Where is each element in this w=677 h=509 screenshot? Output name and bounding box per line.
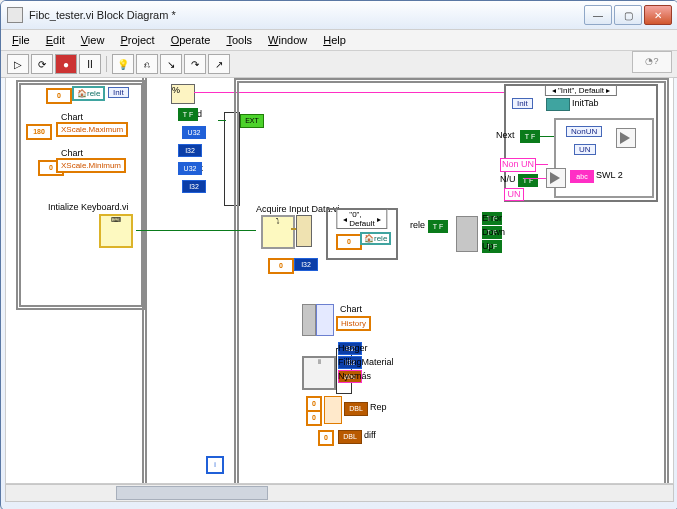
subvi-acquire-input[interactable]: ⤵	[261, 215, 295, 249]
run-continuous-button[interactable]: ⟳	[31, 54, 53, 74]
const-zero-case[interactable]: 0	[336, 234, 362, 250]
unbundle-status[interactable]	[456, 216, 478, 252]
ind-cmax[interactable]: I32	[178, 144, 202, 157]
app-window: Fibc_tester.vi Block Diagram * — ▢ ✕ FFi…	[0, 0, 677, 509]
ind-nu[interactable]: T F	[518, 174, 538, 187]
ind-swl2-str[interactable]: abc	[570, 170, 594, 183]
ind-swl[interactable]: I32	[182, 180, 206, 193]
control-rele[interactable]: 🏠rele	[72, 86, 105, 101]
case-selector-init[interactable]: ◂ "Init", Default ▸	[545, 85, 617, 96]
ind-next[interactable]: T F	[520, 130, 540, 143]
step-out-button[interactable]: ↗	[208, 54, 230, 74]
prop-xscale-max[interactable]: XScale.Maximum	[56, 122, 128, 137]
const-180[interactable]: 180	[26, 124, 52, 140]
ind-fmax[interactable]: U32	[178, 162, 202, 175]
select-node-2[interactable]	[546, 168, 566, 188]
menu-file[interactable]: FFileile	[5, 33, 37, 47]
menu-edit[interactable]: Edit	[39, 33, 72, 47]
run-button[interactable]: ▷	[7, 54, 29, 74]
array-rep[interactable]	[324, 396, 342, 424]
out-diff: DBL	[338, 430, 362, 444]
prop-history[interactable]: History	[336, 316, 371, 331]
menu-tools[interactable]: Tools	[219, 33, 259, 47]
window-title: Fibc_tester.vi Block Diagram *	[29, 9, 582, 21]
scrollbar-thumb[interactable]	[116, 486, 268, 500]
case-selector-main[interactable]: ◂ "0", Default ▸	[336, 209, 387, 229]
maximize-button[interactable]: ▢	[614, 5, 642, 25]
select-node-1[interactable]	[616, 128, 636, 148]
menubar: FFileile Edit View Project Operate Tools…	[1, 29, 677, 51]
const-zero-diff[interactable]: 0	[318, 430, 334, 446]
label-down: Down	[482, 227, 505, 237]
menu-project[interactable]: Project	[113, 33, 161, 47]
prop-xscale-min[interactable]: XScale.Minimum	[56, 158, 126, 173]
ind-citer[interactable]: U32	[182, 126, 206, 139]
menu-operate[interactable]: Operate	[164, 33, 218, 47]
retain-wire-button[interactable]: ⎌	[136, 54, 158, 74]
index-array[interactable]	[296, 215, 312, 247]
label-henger: Henger	[338, 343, 368, 353]
label-chart3: Chart	[340, 304, 362, 314]
label-nu: N/U	[500, 174, 516, 184]
menu-view[interactable]: View	[74, 33, 112, 47]
toolbar: ▷ ⟳ ● II 💡 ⎌ ↘ ↷ ↗	[1, 51, 677, 78]
block-diagram-canvas[interactable]: 0 🏠rele Init 180 Chart XScale.Maximum 0 …	[5, 77, 674, 484]
horizontal-scrollbar[interactable]	[5, 484, 674, 502]
label-rep: Rep	[370, 402, 387, 412]
label-next: Next	[496, 130, 515, 140]
label-rele2: rele	[410, 220, 425, 230]
type-i32: I32	[294, 258, 318, 271]
format-node[interactable]: %	[171, 84, 195, 104]
enum-un[interactable]: UN	[574, 144, 596, 155]
ind-rele-bool[interactable]: T F	[428, 220, 448, 233]
minimize-button[interactable]: —	[584, 5, 612, 25]
label-chart1: Chart	[61, 112, 83, 122]
const-zero-rep2[interactable]: 0	[306, 410, 322, 426]
array-const-chart[interactable]	[302, 304, 316, 336]
label-nyomas: Nyomás	[338, 371, 371, 381]
label-chart2: Chart	[61, 148, 83, 158]
menu-window[interactable]: Window	[261, 33, 314, 47]
loop-iteration: i	[206, 456, 224, 474]
connector-pane[interactable]: ◔?	[632, 51, 672, 73]
pause-button[interactable]: II	[79, 54, 101, 74]
subvi-init-keyboard[interactable]: ⌨	[99, 214, 133, 248]
step-over-button[interactable]: ↷	[184, 54, 206, 74]
titlebar: Fibc_tester.vi Block Diagram * — ▢ ✕	[1, 1, 677, 29]
menu-help[interactable]: Help	[316, 33, 353, 47]
close-button[interactable]: ✕	[644, 5, 672, 25]
label-filling: FillingMaterial	[338, 357, 394, 367]
const-zero-i32[interactable]: 0	[268, 258, 294, 274]
ring-init[interactable]: Init	[108, 87, 129, 98]
app-icon	[7, 7, 23, 23]
step-into-button[interactable]: ↘	[160, 54, 182, 74]
const-zero-rele[interactable]: 0	[46, 88, 72, 104]
highlight-exec-button[interactable]: 💡	[112, 54, 134, 74]
label-error: Error	[482, 213, 502, 223]
subvi-measure[interactable]: ⫴	[302, 356, 336, 390]
ring-init2[interactable]: Init	[512, 98, 533, 109]
array-index-chart[interactable]	[316, 304, 334, 336]
string-nonun[interactable]: Non UN	[500, 158, 536, 172]
string-un[interactable]: UN	[504, 188, 524, 201]
label-init-kb: Intialize Keyboard.vi	[48, 202, 129, 212]
ind-mixed[interactable]: T F	[178, 108, 198, 121]
out-rep: DBL	[344, 402, 368, 416]
abort-button[interactable]: ●	[55, 54, 77, 74]
enum-nonun[interactable]: NonUN	[566, 126, 602, 137]
ind-inittab[interactable]	[546, 98, 570, 111]
control-rele2[interactable]: 🏠rele	[360, 232, 391, 245]
label-swl2: SWL 2	[596, 170, 623, 180]
label-diff: diff	[364, 430, 376, 440]
label-up: Up	[482, 241, 494, 251]
label-inittab: InitTab	[572, 98, 599, 108]
